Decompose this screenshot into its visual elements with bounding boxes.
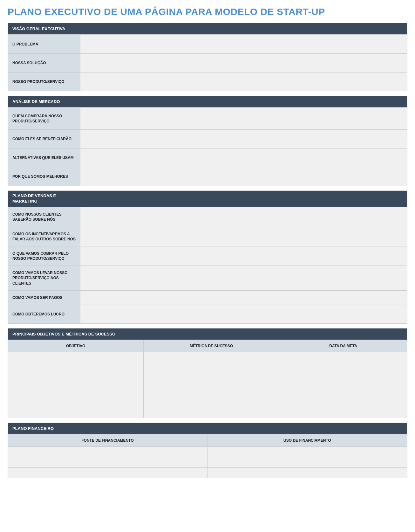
- row-label: QUEM COMPRARÁ NOSSO PRODUTO/SERVIÇO: [8, 108, 80, 129]
- row-label: COMO NOSSOS CLIENTES SABERÃO SOBRE NÓS: [8, 207, 80, 226]
- section-header-market: ANÁLISE DE MERCADO: [8, 96, 407, 107]
- cell-value[interactable]: [144, 374, 279, 396]
- cell-value[interactable]: [8, 396, 144, 418]
- section-overview: VISÃO GERAL EXECUTIVA O PROBLEMA NOSSA S…: [8, 23, 407, 91]
- section-finance: PLANO FINANCEIRO FONTE DE FINANCIAMENTO …: [8, 423, 407, 478]
- row-label: NOSSA SOLUÇÃO: [8, 54, 80, 72]
- row-label: COMO VAMOS SER PAGOS: [8, 291, 80, 305]
- row-label: ALTERNATIVAS QUE ELES USAM: [8, 149, 80, 167]
- row-value[interactable]: [80, 54, 407, 72]
- cell-value[interactable]: [207, 447, 407, 457]
- col-header-metric: MÉTRICA DE SUCESSO: [144, 340, 279, 352]
- cell-value[interactable]: [8, 374, 144, 396]
- col-header-use: USO DE FINANCIAMENTO: [207, 434, 407, 446]
- col-header-objective: OBJETIVO: [8, 340, 144, 352]
- cell-value[interactable]: [279, 374, 407, 396]
- cell-value[interactable]: [8, 468, 207, 478]
- table-row: [8, 457, 407, 467]
- row-label: NOSSO PRODUTO/SERVIÇO: [8, 73, 80, 91]
- table-row: [8, 396, 407, 418]
- row-value[interactable]: [80, 246, 407, 266]
- table-row: [8, 374, 407, 396]
- section-goals: PRINCIPAIS OBJETIVOS E MÉTRICAS DE SUCES…: [8, 328, 407, 418]
- cell-value[interactable]: [207, 468, 407, 478]
- row-value[interactable]: [80, 291, 407, 305]
- row-label: COMO VAMOS LEVAR NOSSO PRODUTO/SERVIÇO A…: [8, 266, 80, 290]
- row-value[interactable]: [80, 207, 407, 226]
- row-value[interactable]: [80, 305, 407, 323]
- cell-value[interactable]: [8, 447, 207, 457]
- row-value[interactable]: [80, 130, 407, 148]
- row-value[interactable]: [80, 167, 407, 186]
- col-header-source: FONTE DE FINANCIAMENTO: [8, 434, 207, 446]
- row-label: COMO ELES SE BENEFICIARÃO: [8, 130, 80, 148]
- cell-value[interactable]: [207, 457, 407, 467]
- cell-value[interactable]: [144, 352, 279, 374]
- section-header-goals: PRINCIPAIS OBJETIVOS E MÉTRICAS DE SUCES…: [8, 328, 407, 340]
- table-header-row: FONTE DE FINANCIAMENTO USO DE FINANCIAME…: [8, 434, 407, 446]
- row-label: COMO OS INCENTIVAREMOS A FALAR AOS OUTRO…: [8, 227, 80, 246]
- cell-value[interactable]: [279, 396, 407, 418]
- col-header-date: DATA DA META: [279, 340, 407, 352]
- row-label: O QUE VAMOS COBRAR PELO NOSSO PRODUTO/SE…: [8, 246, 80, 266]
- row-value[interactable]: [80, 266, 407, 290]
- section-header-overview: VISÃO GERAL EXECUTIVA: [8, 23, 407, 35]
- section-header-sales: PLANO DE VENDAS E MARKETING: [8, 191, 407, 207]
- section-market: ANÁLISE DE MERCADO QUEM COMPRARÁ NOSSO P…: [8, 96, 407, 186]
- section-header-finance: PLANO FINANCEIRO: [8, 423, 407, 434]
- page-title: PLANO EXECUTIVO DE UMA PÁGINA PARA MODEL…: [8, 6, 407, 17]
- cell-value[interactable]: [279, 352, 407, 374]
- row-value[interactable]: [80, 108, 407, 129]
- section-header-label: PLANO DE VENDAS E MARKETING: [8, 191, 61, 207]
- row-label: O PROBLEMA: [8, 35, 80, 53]
- row-label: POR QUE SOMOS MELHORES: [8, 167, 80, 186]
- cell-value[interactable]: [8, 457, 207, 467]
- section-sales: PLANO DE VENDAS E MARKETING COMO NOSSOS …: [8, 190, 407, 324]
- table-row: [8, 446, 407, 457]
- row-value[interactable]: [80, 35, 407, 53]
- cell-value[interactable]: [8, 352, 144, 374]
- table-row: [8, 467, 407, 478]
- row-value[interactable]: [80, 227, 407, 246]
- cell-value[interactable]: [144, 396, 279, 418]
- row-value[interactable]: [80, 73, 407, 91]
- row-value[interactable]: [80, 149, 407, 167]
- table-row: [8, 352, 407, 374]
- table-header-row: OBJETIVO MÉTRICA DE SUCESSO DATA DA META: [8, 340, 407, 352]
- row-label: COMO OBTEREMOS LUCRO: [8, 305, 80, 323]
